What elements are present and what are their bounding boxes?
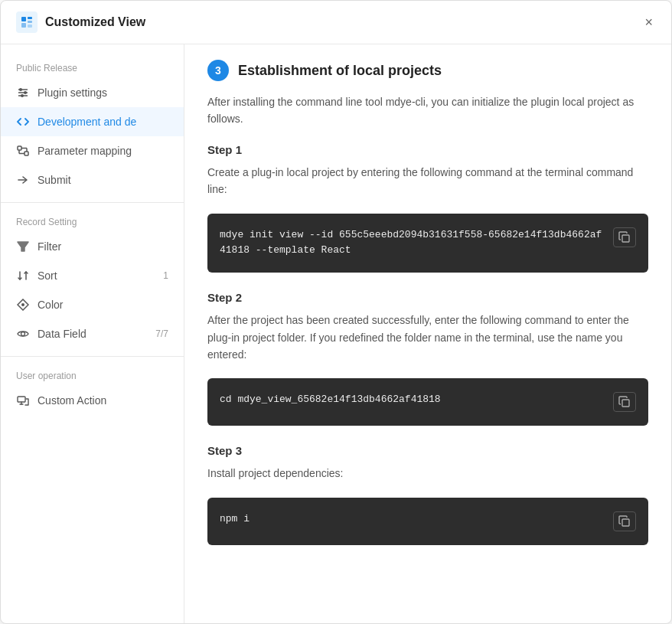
code-block-1: mdye init view --id 655c5eeebd2094b31631… — [207, 214, 648, 273]
step-header: 3 Establishment of local projects — [207, 60, 648, 81]
sidebar-item-color[interactable]: Color — [1, 290, 184, 319]
code-text-1: mdye init view --id 655c5eeebd2094b31631… — [220, 227, 604, 260]
code-block-2: cd mdye_view_65682e14f13db4662af41818 — [207, 378, 648, 426]
modal-body: Public Release Plugin settings — [1, 44, 671, 623]
sidebar-item-data-field[interactable]: Data Field 7/7 — [1, 319, 184, 348]
svg-rect-1 — [28, 17, 32, 19]
sidebar-item-label-development: Development and de — [38, 116, 168, 128]
copy-button-3[interactable] — [613, 511, 636, 531]
svg-point-6 — [19, 88, 22, 91]
sidebar-item-label-plugin-settings: Plugin settings — [38, 87, 168, 99]
step-intro: After installing the command line tool m… — [207, 93, 648, 128]
sort-icon — [16, 269, 30, 283]
svg-rect-11 — [18, 146, 21, 150]
sidebar-item-label-sort: Sort — [38, 270, 155, 282]
svg-point-21 — [21, 303, 24, 306]
sidebar-section-public-release: Public Release — [1, 57, 184, 78]
svg-rect-12 — [24, 152, 28, 155]
parameter-icon — [16, 144, 30, 158]
sidebar-item-custom-action[interactable]: Custom Action — [1, 386, 184, 415]
sidebar-divider-2 — [1, 356, 184, 357]
svg-rect-27 — [622, 400, 629, 407]
submit-icon — [16, 173, 30, 187]
step-main-title: Establishment of local projects — [238, 63, 442, 79]
close-button[interactable]: × — [641, 12, 656, 32]
color-icon — [16, 298, 30, 312]
copy-button-2[interactable] — [613, 392, 636, 412]
sidebar-divider-1 — [1, 202, 184, 203]
sliders-icon — [16, 86, 30, 100]
sidebar-item-filter[interactable]: Filter — [1, 232, 184, 261]
svg-point-8 — [24, 91, 27, 94]
substep-1-title: Step 1 — [207, 143, 648, 156]
svg-rect-4 — [28, 25, 32, 28]
substep-3-title: Step 3 — [207, 444, 648, 457]
sidebar-item-label-submit: Submit — [38, 174, 168, 186]
app-icon — [16, 11, 38, 33]
sidebar-item-submit[interactable]: Submit — [1, 165, 184, 194]
svg-marker-18 — [18, 242, 28, 251]
svg-point-10 — [21, 94, 24, 97]
substep-2-title: Step 2 — [207, 291, 648, 304]
svg-rect-0 — [21, 17, 26, 21]
sidebar-item-badge-sort: 1 — [163, 270, 168, 281]
sidebar-item-development[interactable]: Development and de — [1, 107, 184, 136]
copy-button-1[interactable] — [613, 227, 636, 247]
code-text-3: npm i — [220, 511, 250, 528]
eye-icon — [16, 327, 30, 341]
sidebar-item-label-filter: Filter — [38, 240, 168, 253]
sidebar-item-label-custom-action: Custom Action — [38, 394, 168, 407]
svg-rect-3 — [28, 21, 32, 23]
substep-2-description: After the project has been created succe… — [207, 312, 648, 363]
sidebar-item-parameter-mapping[interactable]: Parameter mapping — [1, 136, 184, 165]
code-text-2: cd mdye_view_65682e14f13db4662af41818 — [220, 392, 441, 408]
main-content: 3 Establishment of local projects After … — [184, 44, 671, 623]
sidebar-item-label-parameter-mapping: Parameter mapping — [38, 145, 168, 157]
step-number-circle: 3 — [207, 60, 229, 81]
sidebar-section-user-operation: User operation — [1, 364, 184, 386]
svg-rect-23 — [18, 397, 25, 402]
modal-header: Customized View × — [1, 1, 671, 44]
substep-3-description: Install project dependencies: — [207, 465, 648, 482]
svg-rect-28 — [622, 519, 629, 526]
sidebar-section-record-setting: Record Setting — [1, 211, 184, 232]
sidebar-item-plugin-settings[interactable]: Plugin settings — [1, 78, 184, 107]
modal: Customized View × Public Release — [0, 0, 672, 624]
svg-rect-26 — [622, 235, 629, 242]
sidebar-item-badge-data-field: 7/7 — [155, 328, 168, 339]
sidebar-item-sort[interactable]: Sort 1 — [1, 261, 184, 290]
code-icon — [16, 115, 30, 129]
action-icon — [16, 394, 30, 407]
modal-title: Customized View — [45, 15, 641, 29]
sidebar: Public Release Plugin settings — [1, 44, 184, 623]
sidebar-item-label-color: Color — [38, 299, 168, 311]
svg-rect-2 — [21, 23, 26, 28]
code-block-3: npm i — [207, 498, 648, 545]
sidebar-item-label-data-field: Data Field — [38, 328, 148, 340]
substep-1-description: Create a plug-in local project by enteri… — [207, 164, 648, 198]
svg-point-22 — [21, 332, 25, 336]
filter-icon — [16, 240, 30, 253]
